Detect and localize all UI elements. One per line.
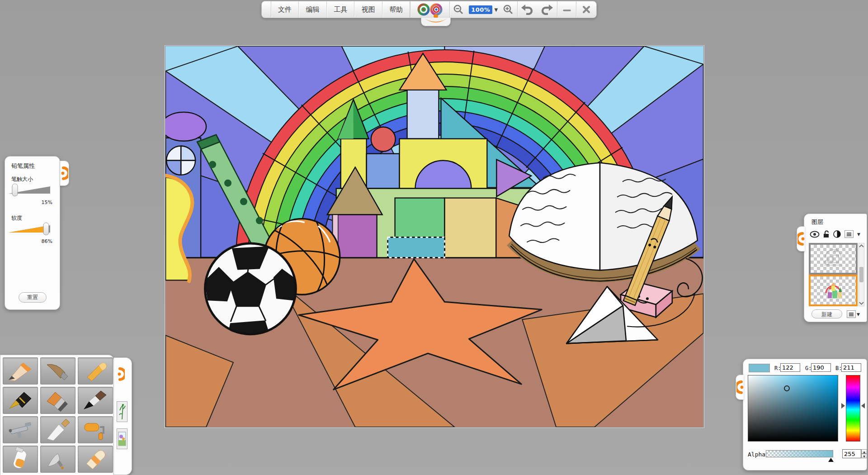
saturation-value-square[interactable] <box>748 375 838 442</box>
layer-menu-button[interactable] <box>844 230 854 238</box>
menu-help[interactable]: 帮助 <box>382 1 410 18</box>
canvas-artwork <box>165 46 703 427</box>
fine-knife-icon <box>43 447 72 471</box>
application-window: 文件 编辑 工具 视图 帮助 <box>0 0 868 475</box>
hue-marker-left[interactable] <box>841 403 845 408</box>
drawing-canvas[interactable] <box>165 46 704 428</box>
layer-item-color[interactable] <box>809 275 858 306</box>
pencil-panel-handle[interactable] <box>60 161 69 186</box>
panel-handle-icon <box>797 229 805 249</box>
tool-palette-side-column <box>114 357 132 475</box>
picture-stamp-button[interactable] <box>117 428 127 449</box>
softness-handle[interactable] <box>43 223 49 235</box>
redo-button[interactable] <box>537 1 557 18</box>
unlock-icon[interactable] <box>823 230 830 238</box>
brush-size-slider[interactable] <box>9 184 52 196</box>
zoom-in-icon <box>503 4 514 15</box>
scroll-down-icon[interactable] <box>859 301 864 305</box>
alpha-gradient <box>766 451 833 457</box>
softness-fill <box>9 225 46 233</box>
alpha-marker[interactable] <box>828 458 834 462</box>
brush-size-label: 笔触大小 <box>11 176 33 183</box>
color-picker-panel: R: G: B: Alpha ▲ ▼ <box>743 359 867 470</box>
tool-airbrush[interactable] <box>3 416 38 443</box>
tool-flat-brush[interactable] <box>40 387 75 414</box>
scroll-up-icon[interactable] <box>859 244 864 248</box>
hue-marker-right[interactable] <box>861 403 865 408</box>
panel-handle-icon <box>118 364 125 384</box>
layers-panel: 图层 ▼ <box>804 214 867 322</box>
panel-title: 铅笔属性 <box>11 162 35 170</box>
color-picker-handle[interactable] <box>736 375 744 400</box>
chevron-down-icon[interactable]: ▼ <box>494 7 498 12</box>
brush-size-value: 15% <box>42 200 52 205</box>
layer-list-scrollbar[interactable] <box>859 243 864 306</box>
round-brush-icon <box>81 389 110 412</box>
hue-bar[interactable] <box>846 375 860 442</box>
zoom-level-value[interactable]: 100% <box>469 5 492 14</box>
tool-fine-knife[interactable] <box>40 446 75 473</box>
minimize-icon <box>562 5 571 14</box>
green-input[interactable] <box>811 363 831 372</box>
main-toolbar: 文件 编辑 工具 视图 帮助 <box>261 1 597 18</box>
tool-fountain-pen[interactable] <box>3 387 38 414</box>
sketch-layer-thumbnail <box>821 249 846 269</box>
minimize-button[interactable] <box>557 1 576 18</box>
panel-handle-icon <box>61 163 68 183</box>
spin-up-button[interactable]: ▲ <box>861 449 867 454</box>
tool-paint-roller[interactable] <box>78 416 113 443</box>
chevron-down-icon[interactable]: ▼ <box>857 312 860 317</box>
tool-crayon[interactable] <box>78 357 113 385</box>
menu-file[interactable]: 文件 <box>271 1 299 18</box>
layer-item-sketch[interactable] <box>809 243 858 275</box>
softness-label: 软度 <box>11 214 22 222</box>
spin-down-button[interactable]: ▼ <box>861 454 867 458</box>
wood-pencil-icon <box>43 359 72 383</box>
red-input[interactable] <box>780 363 800 372</box>
tool-eraser-stick[interactable] <box>78 446 113 473</box>
chevron-down-icon[interactable]: ▼ <box>857 232 860 237</box>
tool-palette-knife[interactable] <box>40 416 75 443</box>
zoom-out-button[interactable] <box>450 1 468 18</box>
sharp-pencil-icon <box>6 359 35 383</box>
softness-slider[interactable] <box>9 223 52 235</box>
eraser-stick-icon <box>81 447 110 471</box>
blend-contrast-icon[interactable] <box>833 230 841 238</box>
undo-icon <box>521 4 533 15</box>
scrollbar-thumb[interactable] <box>859 267 863 282</box>
tool-sharp-pencil[interactable] <box>3 357 38 385</box>
clown-mascot-tab[interactable] <box>421 18 451 26</box>
blue-input[interactable] <box>841 363 861 372</box>
tool-palette-handle[interactable] <box>118 364 125 386</box>
airbrush-icon <box>6 418 35 442</box>
close-button[interactable] <box>576 1 596 18</box>
alpha-label: Alpha <box>748 451 765 458</box>
reset-button[interactable]: 重置 <box>19 292 47 303</box>
panel-handle-icon <box>736 377 744 397</box>
toolbar-grip <box>262 1 271 18</box>
menu-tools[interactable]: 工具 <box>327 1 355 18</box>
clown-eyes-icon <box>417 3 443 16</box>
paint-tube-icon <box>6 447 35 471</box>
tool-paint-tube[interactable] <box>3 446 38 473</box>
layers-panel-handle[interactable] <box>797 226 805 252</box>
undo-button[interactable] <box>518 1 538 18</box>
alpha-spinner: ▲ ▼ <box>861 449 867 458</box>
tool-round-brush[interactable] <box>78 387 113 414</box>
menu-view[interactable]: 视图 <box>354 1 382 18</box>
layers-options-button[interactable] <box>847 310 856 318</box>
zoom-out-icon <box>453 4 464 15</box>
plant-stamp-button[interactable] <box>117 401 127 422</box>
new-layer-button[interactable]: 新建 <box>811 309 842 318</box>
visibility-eye-icon[interactable] <box>810 231 820 238</box>
menu-edit[interactable]: 编辑 <box>299 1 327 18</box>
zoom-level-combo[interactable]: 100% ▼ <box>467 1 499 18</box>
alpha-input[interactable] <box>842 449 861 458</box>
clown-mascot-button[interactable] <box>410 1 449 18</box>
tool-palette <box>0 355 114 475</box>
tool-wood-pencil[interactable] <box>40 357 75 385</box>
pencil-properties-panel: 铅笔属性 笔触大小 15% 软度 86% 重置 <box>5 156 60 310</box>
brush-size-handle[interactable] <box>12 184 18 196</box>
alpha-slider[interactable] <box>766 450 833 457</box>
zoom-in-button[interactable] <box>499 1 517 18</box>
